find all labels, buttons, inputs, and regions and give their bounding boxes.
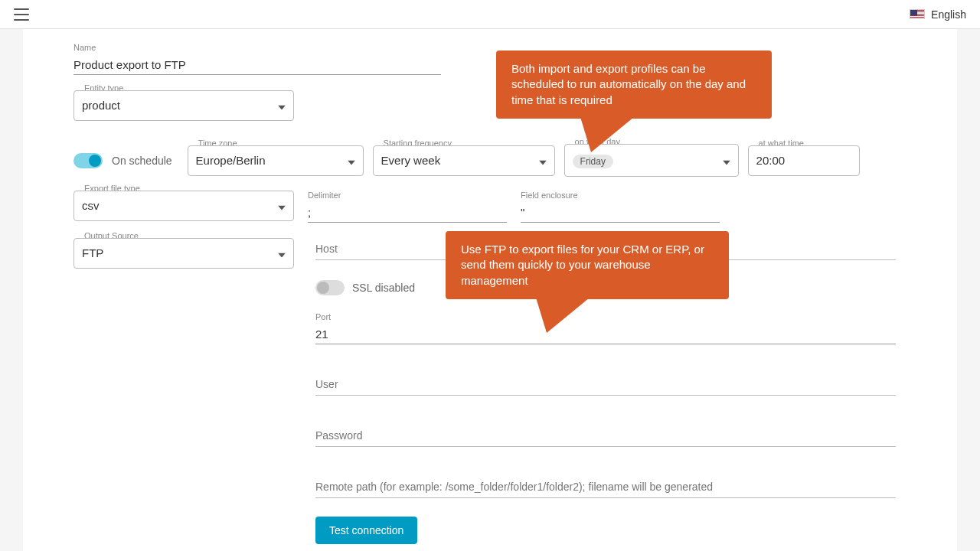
page-card: Name Entity type product On schedule Tim… <box>23 29 957 551</box>
delimiter-input[interactable] <box>308 201 507 223</box>
language-label: English <box>931 8 966 21</box>
port-input[interactable] <box>315 323 896 344</box>
user-input[interactable] <box>315 372 896 396</box>
port-label: Port <box>315 312 896 321</box>
time-input[interactable]: 20:00 <box>748 145 860 176</box>
callout-schedule-text: Both import and export profiles can be s… <box>511 62 746 106</box>
chevron-down-icon <box>278 99 286 112</box>
remote-path-input[interactable] <box>315 474 896 498</box>
export-settings-row: Export file type csv Delimiter Field enc… <box>74 191 957 223</box>
time-group: at what time 20:00 <box>748 145 860 176</box>
port-group: Port <box>315 312 896 344</box>
chevron-down-icon <box>278 247 286 260</box>
output-source-group: Output Source FTP <box>74 238 294 269</box>
name-label: Name <box>74 43 441 52</box>
time-value: 20:00 <box>756 154 786 167</box>
flag-us-icon <box>910 9 925 19</box>
timezone-select[interactable]: Europe/Berlin <box>188 145 364 176</box>
frequency-value: Every week <box>381 154 441 167</box>
delimiter-label: Delimiter <box>308 191 507 200</box>
callout-ftp-text: Use FTP to export files for your CRM or … <box>461 243 704 287</box>
callout-schedule: Both import and export profiles can be s… <box>496 51 772 119</box>
delimiter-group: Delimiter <box>308 191 507 223</box>
name-field-group: Name <box>74 43 441 75</box>
chevron-down-icon <box>539 154 547 167</box>
entity-type-group: Entity type product <box>74 90 294 121</box>
on-schedule-label: On schedule <box>112 155 172 167</box>
ssl-label: SSL disabled <box>352 282 415 294</box>
menu-icon[interactable] <box>14 8 29 21</box>
export-type-select[interactable]: csv <box>74 191 294 221</box>
chevron-down-icon <box>723 154 730 167</box>
topbar: English <box>0 0 980 29</box>
enclosure-input[interactable] <box>521 201 720 223</box>
chevron-down-icon <box>348 154 355 167</box>
password-input[interactable] <box>315 423 896 447</box>
on-schedule-toggle[interactable] <box>74 153 103 168</box>
entity-type-select[interactable]: product <box>74 90 294 121</box>
test-connection-button[interactable]: Test connection <box>315 517 417 544</box>
output-source-select[interactable]: FTP <box>74 238 294 269</box>
enclosure-group: Field enclosure <box>521 191 720 223</box>
callout-ftp: Use FTP to export files for your CRM or … <box>446 231 729 299</box>
frequency-group: Starting frequency Every week <box>373 145 555 176</box>
chevron-down-icon <box>278 200 286 213</box>
ssl-toggle[interactable] <box>315 280 345 295</box>
name-input[interactable] <box>74 54 441 75</box>
language-selector[interactable]: English <box>910 8 966 21</box>
timezone-value: Europe/Berlin <box>196 154 266 167</box>
timezone-group: Time zone Europe/Berlin <box>188 145 364 176</box>
schedule-row: On schedule Time zone Europe/Berlin Star… <box>74 144 957 177</box>
enclosure-label: Field enclosure <box>521 191 720 200</box>
frequency-select[interactable]: Every week <box>373 145 555 176</box>
entity-type-value: product <box>82 99 120 112</box>
export-type-value: csv <box>82 199 100 212</box>
export-type-group: Export file type csv <box>74 191 294 221</box>
day-chip: Friday <box>573 155 613 168</box>
output-source-value: FTP <box>82 246 103 259</box>
